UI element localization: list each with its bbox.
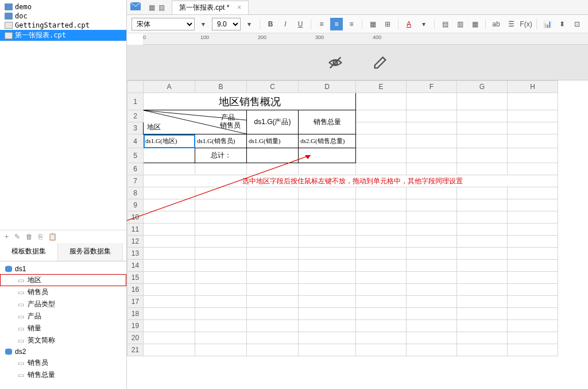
format-button[interactable]: ab xyxy=(490,18,502,30)
empty-cell[interactable] xyxy=(144,187,195,199)
row-header-8[interactable]: 8 xyxy=(127,187,144,199)
empty-cell[interactable] xyxy=(356,260,407,272)
empty-cell[interactable] xyxy=(457,332,508,344)
bold-button[interactable]: B xyxy=(264,18,277,30)
row-header-6[interactable]: 6 xyxy=(127,163,144,175)
empty-cell[interactable] xyxy=(144,272,195,284)
empty-cell[interactable] xyxy=(247,163,299,175)
indent-button[interactable]: ☰ xyxy=(505,18,517,30)
cell-C4[interactable]: ds1.G(销量) xyxy=(247,134,299,148)
empty-cell[interactable] xyxy=(407,272,457,284)
empty-cell[interactable] xyxy=(299,211,356,224)
empty-cell[interactable] xyxy=(299,187,356,199)
empty-cell[interactable] xyxy=(195,332,247,344)
empty-cell[interactable] xyxy=(247,187,299,199)
empty-cell[interactable] xyxy=(407,344,457,356)
empty-cell[interactable] xyxy=(457,163,508,175)
empty-cell[interactable] xyxy=(195,284,247,296)
select-all-corner[interactable] xyxy=(127,81,144,93)
empty-cell[interactable] xyxy=(247,332,299,344)
field-销量[interactable]: ▭销量 xyxy=(0,322,126,334)
field-地区[interactable]: ▭地区 xyxy=(0,274,126,286)
insert-col-button[interactable]: ▥ xyxy=(454,18,466,30)
field-产品类型[interactable]: ▭产品类型 xyxy=(0,298,126,310)
empty-cell[interactable] xyxy=(144,236,195,248)
empty-cell[interactable] xyxy=(144,332,195,344)
font-color-button[interactable]: A xyxy=(403,18,415,30)
empty-cell[interactable] xyxy=(457,344,508,356)
row-header-21[interactable]: 21 xyxy=(127,344,144,356)
row-header-18[interactable]: 18 xyxy=(127,308,144,320)
italic-button[interactable]: I xyxy=(279,18,292,30)
empty-cell[interactable] xyxy=(407,296,457,308)
empty-cell[interactable] xyxy=(508,134,558,148)
empty-cell[interactable] xyxy=(144,248,195,260)
align-center-button[interactable]: ≡ xyxy=(330,18,343,30)
empty-cell[interactable] xyxy=(508,148,558,163)
empty-cell[interactable] xyxy=(508,320,558,332)
field-销售总量[interactable]: ▭销售总量 xyxy=(0,369,126,381)
empty-cell[interactable] xyxy=(247,272,299,284)
empty-cell[interactable] xyxy=(356,236,407,248)
empty-cell[interactable] xyxy=(356,332,407,344)
chart-button[interactable]: 📊 xyxy=(541,18,554,30)
document-tab[interactable]: 第一张报表.cpt * × xyxy=(172,1,249,14)
empty-cell[interactable] xyxy=(508,93,558,110)
empty-cell[interactable] xyxy=(299,320,356,332)
empty-cell[interactable] xyxy=(407,236,457,248)
align-right-button[interactable]: ≡ xyxy=(345,18,358,30)
empty-cell[interactable] xyxy=(356,110,407,122)
empty-cell[interactable] xyxy=(247,284,299,296)
empty-cell[interactable] xyxy=(299,332,356,344)
field-销售员[interactable]: ▭销售员 xyxy=(0,357,126,369)
empty-cell[interactable] xyxy=(407,224,457,236)
col-header-H[interactable]: H xyxy=(508,81,558,93)
empty-cell[interactable] xyxy=(508,260,558,272)
empty-cell[interactable] xyxy=(144,211,195,224)
empty-cell[interactable] xyxy=(144,163,195,175)
font-size-select[interactable]: 9.0 xyxy=(212,18,241,30)
empty-cell[interactable] xyxy=(356,148,407,163)
col-header-D[interactable]: D xyxy=(299,81,356,93)
empty-cell[interactable] xyxy=(407,148,457,163)
empty-cell[interactable] xyxy=(247,199,299,211)
row-header-7[interactable]: 7 xyxy=(127,175,144,187)
empty-cell[interactable] xyxy=(508,344,558,356)
field-销售员[interactable]: ▭销售员 xyxy=(0,286,126,298)
dataset-ds1[interactable]: ds1 xyxy=(0,264,126,274)
empty-cell[interactable] xyxy=(457,224,508,236)
empty-cell[interactable] xyxy=(299,272,356,284)
empty-cell[interactable] xyxy=(508,236,558,248)
empty-cell[interactable] xyxy=(508,163,558,175)
empty-cell[interactable] xyxy=(457,260,508,272)
empty-cell[interactable] xyxy=(299,344,356,356)
copy-icon[interactable]: ⎘ xyxy=(38,233,42,241)
empty-cell[interactable] xyxy=(356,272,407,284)
row-header-13[interactable]: 13 xyxy=(127,248,144,260)
empty-cell[interactable] xyxy=(407,199,457,211)
empty-cell[interactable] xyxy=(299,224,356,236)
empty-cell[interactable] xyxy=(195,187,247,199)
empty-cell[interactable] xyxy=(144,199,195,211)
edit-icon[interactable]: ✎ xyxy=(14,233,20,241)
empty-cell[interactable] xyxy=(407,163,457,175)
empty-cell[interactable] xyxy=(195,260,247,272)
cell-A4[interactable]: ds1.G(地区) xyxy=(144,134,195,148)
empty-cell[interactable] xyxy=(407,332,457,344)
empty-cell[interactable] xyxy=(144,308,195,320)
empty-cell[interactable] xyxy=(407,284,457,296)
row-header-1[interactable]: 1 xyxy=(127,93,144,110)
empty-cell[interactable] xyxy=(407,248,457,260)
empty-cell[interactable] xyxy=(508,110,558,122)
empty-cell[interactable] xyxy=(247,224,299,236)
empty-cell[interactable] xyxy=(356,224,407,236)
empty-cell[interactable] xyxy=(247,308,299,320)
row-header-16[interactable]: 16 xyxy=(127,284,144,296)
row-header-11[interactable]: 11 xyxy=(127,224,144,236)
empty-cell[interactable] xyxy=(247,236,299,248)
row-header-20[interactable]: 20 xyxy=(127,332,144,344)
empty-cell[interactable] xyxy=(356,211,407,224)
empty-cell[interactable] xyxy=(144,320,195,332)
empty-cell[interactable] xyxy=(195,344,247,356)
col-header-C[interactable]: C xyxy=(247,81,299,93)
